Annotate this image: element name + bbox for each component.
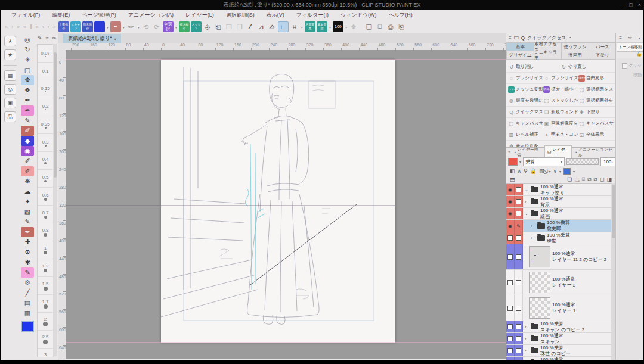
select-all-button[interactable]: 全選択 xyxy=(163,21,174,32)
nav-prev[interactable]: ‹ xyxy=(41,24,45,30)
menu-item-4[interactable]: アニメーション(A) xyxy=(123,11,179,19)
redo-item[interactable]: ↻やり直し xyxy=(561,64,613,70)
visibility-cell[interactable] xyxy=(506,357,515,360)
chevron-down-icon[interactable]: ▾ xyxy=(549,169,550,173)
nav-prev2[interactable]: « xyxy=(35,24,40,30)
edit-cell[interactable] xyxy=(515,270,523,295)
free-transform-item[interactable]: 自由変形自由変形 xyxy=(578,75,614,82)
gradient-tool[interactable]: ▧ xyxy=(21,207,34,217)
brush-size-3[interactable]: 3 xyxy=(38,349,53,357)
close-button[interactable]: × xyxy=(638,2,641,8)
expand-arrow[interactable]: › xyxy=(525,325,529,329)
visibility-cell[interactable] xyxy=(506,244,515,269)
selection-stock-item[interactable]: ⬚選択範囲をス xyxy=(578,86,614,93)
two-pane-icon[interactable]: ⬒ xyxy=(510,176,515,182)
pen-tool[interactable]: ✒ xyxy=(21,95,34,105)
tab-漫画用[interactable]: 漫画用 xyxy=(561,51,589,60)
layer-main[interactable]: 100 %通常レイヤー 11 2 のコピー 2 xyxy=(523,244,611,269)
new-layer-icon[interactable]: ❏ xyxy=(567,176,572,183)
workspace-star-2[interactable]: ★ xyxy=(4,49,16,60)
layer-row-4[interactable]: ◉✎›100 %乗算愈史郎 xyxy=(506,220,611,232)
menu-item-6[interactable]: 選択範囲(S) xyxy=(221,11,260,19)
layer-main[interactable]: 100 %通常レイヤー 1 xyxy=(523,295,611,321)
puzzle-button[interactable]: ❖ xyxy=(349,22,358,32)
bug-tool[interactable]: ✱ xyxy=(21,257,34,267)
layer-main[interactable]: ⌄100 %通常線画 xyxy=(523,208,611,219)
maximize-button[interactable]: □ xyxy=(629,2,632,8)
clipping-row[interactable]: クリッ xyxy=(617,61,643,70)
tab-グリザイユ[interactable]: グリザイユ xyxy=(506,51,534,60)
lock-transparent-icon[interactable]: ▨ xyxy=(539,168,544,174)
pages2-button[interactable]: ❒ xyxy=(235,22,244,32)
tab-パース[interactable]: パース xyxy=(589,42,617,51)
layer-row-2[interactable]: ◉›100 %通常背景 xyxy=(506,196,611,208)
edit-cell[interactable] xyxy=(515,244,523,269)
zoom-tool[interactable]: ◎ xyxy=(21,35,34,45)
ruler-active-button[interactable]: ∟ xyxy=(278,21,289,32)
layer-color-swatch[interactable] xyxy=(508,158,518,166)
page-p29-button[interactable]: ⎘ xyxy=(397,22,406,32)
menu-item-9[interactable]: ウィンドウ(W) xyxy=(335,11,382,19)
canvas-size-item[interactable]: ⬚キャンバスサイ xyxy=(508,120,543,127)
chevron-down-icon[interactable]: ▾ xyxy=(519,160,521,164)
page-p14-button[interactable]: ⎙ xyxy=(386,22,395,32)
nav-first2[interactable]: « xyxy=(22,24,27,30)
edit-cell[interactable]: ✎ xyxy=(515,220,523,232)
edit-cell[interactable] xyxy=(515,357,523,360)
gear2-tool[interactable]: ⚙ xyxy=(21,278,34,288)
brush-size-2[interactable]: 2 xyxy=(38,313,53,331)
edit-cell[interactable] xyxy=(515,333,523,344)
color-swatch[interactable] xyxy=(94,21,105,32)
layer-thumbnail[interactable] xyxy=(529,272,550,293)
brush-size-1[interactable]: 1 xyxy=(38,241,53,259)
outside-selection-item[interactable]: ⬚選択範囲外を xyxy=(578,98,614,104)
save-button[interactable]: 上書保存 xyxy=(58,21,69,32)
airbrush-tool[interactable]: ✦ xyxy=(21,197,34,207)
quick-mask-item[interactable]: Qクイックマスク xyxy=(508,109,543,116)
layer-main[interactable]: ›100 %乗算珠世 xyxy=(523,232,611,244)
palette-target[interactable]: ◎ xyxy=(4,84,16,95)
brush-size-0.15[interactable]: 0.15 xyxy=(38,80,53,98)
opacity-value[interactable]: 100 ◦ xyxy=(600,157,616,166)
marquee-tool[interactable]: ▢ xyxy=(21,65,34,75)
nav-end[interactable]: » xyxy=(52,24,57,30)
apply-mask-icon[interactable]: ◨ xyxy=(606,176,612,183)
visibility-cell[interactable]: ◉ xyxy=(506,208,515,219)
add-tool[interactable]: ✚ xyxy=(21,237,34,247)
brush-size-0.25[interactable]: 0.25 xyxy=(38,116,53,134)
redo-button[interactable]: ⟳ xyxy=(152,22,162,32)
chevron-down-icon[interactable]: ▾ xyxy=(639,36,640,40)
ink-tool[interactable]: ❋ xyxy=(21,176,34,186)
mesh-transform-item[interactable]: メッシュメッシュ変形 xyxy=(508,86,543,93)
menu-icon[interactable]: ≡ xyxy=(509,35,512,41)
nav-next[interactable]: › xyxy=(47,24,51,30)
mask-icon[interactable]: ◧ xyxy=(510,168,515,174)
tab-下塗り[interactable]: 下塗り xyxy=(589,51,617,60)
brush-size-0.7[interactable]: 0.7 xyxy=(38,206,53,223)
brush-size-1.7[interactable]: 1.7 xyxy=(38,295,53,313)
gear-tool[interactable]: ⚙ xyxy=(21,247,34,257)
menu-item-8[interactable]: フィルター(I) xyxy=(291,11,334,19)
combine-icon[interactable]: ⧉ xyxy=(594,176,597,183)
foreground-color-swatch[interactable] xyxy=(21,321,34,332)
brush-size-0.8[interactable]: 0.8 xyxy=(38,223,53,241)
layer-main[interactable]: ›100 %通常愈史郎ラフ のコピー xyxy=(523,357,611,360)
pin-icon[interactable]: ⚲ xyxy=(524,168,528,174)
pen-red2-tool[interactable]: ✒ xyxy=(21,227,34,237)
pen-preset-button[interactable]: ✒ xyxy=(110,21,121,32)
brightness-item[interactable]: ◑明るさ・コントラ xyxy=(543,132,578,138)
layer-row-7[interactable]: 100 %通常レイヤー 2 xyxy=(506,270,611,295)
brushsize-up-item[interactable]: ◌ブラシサイズを xyxy=(508,75,543,82)
expand-arrow[interactable]: › xyxy=(531,224,535,228)
scale-rotate-item[interactable]: 拡大縮小拡大・縮小・回 xyxy=(543,86,578,93)
frame-tool[interactable]: ▤ xyxy=(21,298,34,308)
fit-view-item[interactable]: ◲全体表示 xyxy=(578,132,614,138)
brush-size-1.5[interactable]: 1.5 xyxy=(38,277,53,295)
brush-size-0.5[interactable]: 0.5 xyxy=(38,170,53,188)
edit-cell[interactable] xyxy=(515,208,523,219)
expand-arrow[interactable]: › xyxy=(531,236,535,240)
palette-grid[interactable]: ▦ xyxy=(4,70,16,81)
auto-select-tool[interactable]: ✳ xyxy=(21,55,34,65)
chevron-down-icon[interactable]: ▾ xyxy=(573,169,575,173)
move-tool[interactable]: ✥ xyxy=(21,75,34,85)
